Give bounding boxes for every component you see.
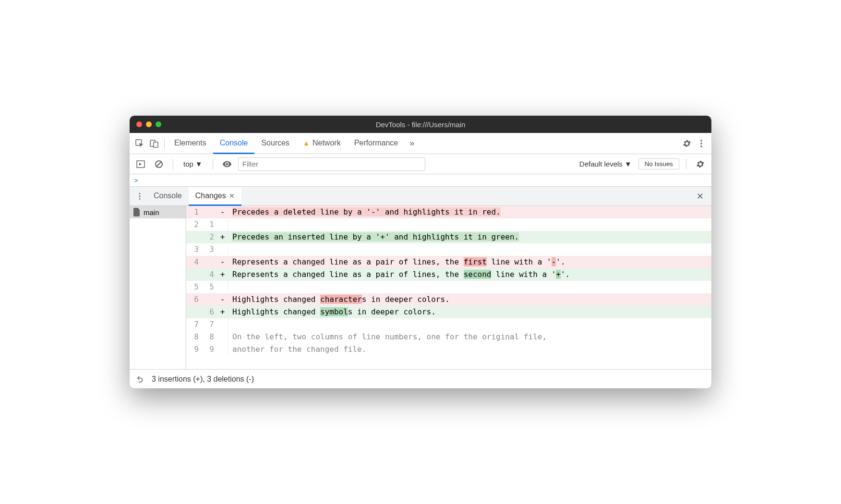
revert-icon[interactable] bbox=[135, 374, 145, 384]
line-number-new: 5 bbox=[202, 281, 217, 293]
execution-context-dropdown[interactable]: top ▼ bbox=[180, 158, 206, 169]
tab-label: Console bbox=[220, 139, 248, 147]
separator bbox=[213, 159, 213, 169]
svg-point-5 bbox=[700, 145, 702, 147]
separator bbox=[173, 159, 173, 169]
drawer-tab-console[interactable]: Console bbox=[147, 187, 189, 206]
separator bbox=[686, 159, 686, 169]
drawer-tab-changes[interactable]: Changes ✕ bbox=[189, 187, 241, 206]
diff-code: On the left, two columns of line numbers… bbox=[228, 331, 711, 343]
diff-line: 6-Highlights changed characters in deepe… bbox=[186, 293, 711, 306]
file-icon bbox=[133, 208, 141, 216]
diff-view[interactable]: 1-Precedes a deleted line by a '-' and h… bbox=[186, 206, 711, 369]
device-toggle-icon[interactable] bbox=[147, 136, 161, 151]
tab-sources[interactable]: Sources bbox=[254, 133, 296, 154]
diff-code: Represents a changed line as a pair of l… bbox=[228, 268, 711, 281]
line-number-old: 8 bbox=[186, 331, 202, 343]
log-levels-dropdown[interactable]: Default levels ▼ bbox=[577, 160, 635, 168]
window-maximize-button[interactable] bbox=[156, 121, 161, 127]
line-number-old: 2 bbox=[186, 218, 202, 231]
kebab-menu-icon[interactable] bbox=[694, 136, 709, 151]
diff-line: 77 bbox=[186, 318, 711, 331]
svg-rect-2 bbox=[154, 142, 158, 147]
drawer-kebab-icon[interactable] bbox=[132, 189, 147, 204]
line-number-new: 6 bbox=[202, 306, 217, 318]
settings-icon[interactable] bbox=[680, 136, 694, 151]
drawer-tab-bar: Console Changes ✕ ✕ bbox=[130, 187, 711, 206]
separator bbox=[164, 138, 165, 149]
line-number-new: 1 bbox=[202, 218, 217, 231]
diff-marker: - bbox=[217, 256, 228, 268]
svg-line-8 bbox=[156, 162, 161, 167]
diff-marker: + bbox=[217, 306, 228, 318]
diff-line: 88On the left, two columns of line numbe… bbox=[186, 331, 711, 343]
diff-line: 6+Highlights changed symbols in deeper c… bbox=[186, 306, 711, 318]
tab-label: Sources bbox=[261, 139, 289, 147]
line-number-old bbox=[186, 231, 202, 243]
console-prompt[interactable]: > bbox=[130, 174, 711, 187]
diff-code bbox=[228, 218, 711, 231]
line-number-old bbox=[186, 306, 202, 318]
diff-marker bbox=[217, 243, 228, 256]
line-number-new bbox=[202, 256, 217, 268]
console-toolbar: top ▼ Default levels ▼ No Issues bbox=[130, 154, 711, 174]
diff-line: 4-Represents a changed line as a pair of… bbox=[186, 256, 711, 268]
console-settings-icon[interactable] bbox=[693, 157, 708, 171]
diff-code: Precedes a deleted line by a '-' and hig… bbox=[228, 206, 711, 218]
diff-code: Highlights changed characters in deeper … bbox=[228, 293, 711, 306]
prompt-chevron-icon: > bbox=[134, 177, 138, 184]
diff-code: Highlights changed symbols in deeper col… bbox=[228, 306, 711, 318]
changes-footer: 3 insertions (+), 3 deletions (-) bbox=[130, 369, 711, 388]
line-number-old: 5 bbox=[186, 281, 202, 293]
line-number-old: 4 bbox=[186, 256, 202, 268]
changes-summary: 3 insertions (+), 3 deletions (-) bbox=[152, 375, 254, 384]
file-tree-item[interactable]: main bbox=[130, 206, 186, 218]
line-number-new: 8 bbox=[202, 331, 217, 343]
issues-label: No Issues bbox=[645, 160, 673, 168]
tab-network[interactable]: ▲Network bbox=[296, 133, 348, 154]
diff-line: 55 bbox=[186, 281, 711, 293]
line-number-old: 7 bbox=[186, 318, 202, 331]
main-tab-bar: Elements Console Sources ▲Network Perfor… bbox=[130, 133, 711, 154]
diff-marker: - bbox=[217, 206, 228, 218]
close-drawer-icon[interactable]: ✕ bbox=[692, 191, 709, 202]
tab-performance[interactable]: Performance bbox=[348, 133, 405, 154]
line-number-new bbox=[202, 293, 217, 306]
diff-code bbox=[228, 243, 711, 256]
context-label: top bbox=[183, 160, 193, 168]
live-expression-icon[interactable] bbox=[220, 157, 234, 171]
drawer-tab-label: Changes bbox=[195, 192, 226, 200]
diff-line: 2+Precedes an inserted line by a '+' and… bbox=[186, 231, 711, 243]
close-tab-icon[interactable]: ✕ bbox=[229, 192, 235, 200]
tab-label: Performance bbox=[354, 139, 398, 147]
clear-console-icon[interactable] bbox=[152, 157, 166, 171]
diff-code: Represents a changed line as a pair of l… bbox=[228, 256, 711, 268]
chevron-down-icon: ▼ bbox=[195, 160, 203, 168]
window-minimize-button[interactable] bbox=[146, 121, 152, 127]
window-close-button[interactable] bbox=[136, 121, 142, 127]
line-number-new: 4 bbox=[202, 268, 217, 281]
tab-elements[interactable]: Elements bbox=[168, 133, 213, 154]
svg-point-9 bbox=[139, 193, 141, 194]
traffic-lights bbox=[136, 121, 161, 127]
file-name: main bbox=[144, 208, 159, 216]
diff-marker: + bbox=[217, 268, 228, 281]
toggle-sidebar-icon[interactable] bbox=[133, 157, 148, 171]
diff-line: 33 bbox=[186, 243, 711, 256]
diff-code bbox=[228, 281, 711, 293]
diff-marker bbox=[217, 281, 228, 293]
tab-label: Network bbox=[312, 139, 341, 147]
more-tabs-button[interactable]: » bbox=[405, 138, 419, 148]
filter-input[interactable] bbox=[238, 157, 425, 171]
line-number-new: 2 bbox=[202, 231, 217, 243]
issues-button[interactable]: No Issues bbox=[638, 158, 679, 169]
drawer-tab-label: Console bbox=[154, 192, 182, 200]
diff-marker: + bbox=[217, 231, 228, 243]
titlebar: DevTools - file:///Users/main bbox=[130, 116, 711, 133]
line-number-old: 1 bbox=[186, 206, 202, 218]
tab-label: Elements bbox=[174, 139, 206, 147]
inspect-element-icon[interactable] bbox=[132, 136, 147, 151]
diff-code: Precedes an inserted line by a '+' and h… bbox=[228, 231, 711, 243]
diff-code: another for the changed file. bbox=[228, 343, 711, 356]
tab-console[interactable]: Console bbox=[213, 133, 255, 154]
